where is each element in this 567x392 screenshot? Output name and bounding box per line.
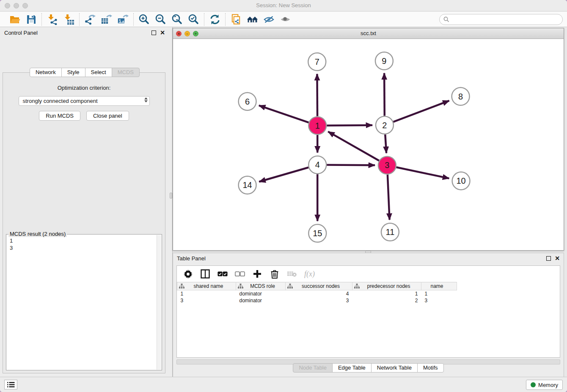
graph-edge-2-3[interactable] <box>385 135 386 153</box>
memory-button[interactable]: Memory <box>526 380 563 390</box>
status-bar: Memory <box>0 377 567 392</box>
houses-icon[interactable] <box>247 14 258 25</box>
mcds-result-list[interactable]: 1 3 <box>7 235 157 370</box>
task-list-button[interactable] <box>4 380 17 389</box>
column-header-shared-name[interactable]: shared name <box>177 282 236 290</box>
cell-successor-nodes[interactable]: 4 <box>286 290 352 297</box>
deselect-all-checkboxes-icon[interactable] <box>235 269 245 279</box>
graph-node-14[interactable]: 14 <box>239 176 256 194</box>
title-bar: Session: New Session <box>0 0 567 11</box>
svg-text:2: 2 <box>382 121 387 130</box>
zoom-in-icon[interactable] <box>138 14 150 25</box>
cell-mcds-role[interactable]: dominator <box>236 290 286 297</box>
cell-predecessor-nodes[interactable]: 2 <box>352 297 421 304</box>
table-panel: Table Panel ✕ <box>173 253 564 377</box>
close-panel-icon[interactable]: ✕ <box>160 30 165 35</box>
graph-edge-1-7[interactable] <box>317 74 317 116</box>
graph-edge-3-11[interactable] <box>388 174 390 220</box>
function-builder-icon: f(x) <box>304 270 315 279</box>
tab-network[interactable]: Network <box>30 68 62 77</box>
tab-select[interactable]: Select <box>85 68 112 77</box>
graph-node-6[interactable]: 6 <box>239 93 256 110</box>
save-icon[interactable] <box>25 14 37 25</box>
graph-edge-1-6[interactable] <box>259 105 309 122</box>
tab-network-table[interactable]: Network Table <box>371 363 418 373</box>
copy-network-icon[interactable] <box>230 14 242 25</box>
splitter-handle[interactable] <box>170 193 172 199</box>
close-panel-button[interactable]: Close panel <box>86 111 129 121</box>
cell-successor-nodes[interactable]: 3 <box>286 297 352 304</box>
search-box[interactable] <box>439 14 563 25</box>
cell-predecessor-nodes[interactable]: 1 <box>352 290 421 297</box>
graph-node-11[interactable]: 11 <box>381 223 399 241</box>
graph-node-15[interactable]: 15 <box>308 224 326 242</box>
tab-mcds[interactable]: MCDS <box>112 68 140 77</box>
settings-gear-icon[interactable] <box>183 269 193 279</box>
zoom-fit-icon[interactable] <box>171 14 183 25</box>
table-row[interactable]: 3 dominator 3 2 3 <box>177 297 457 304</box>
search-input[interactable] <box>451 16 559 22</box>
network-window-titlebar[interactable]: ✕ − + scc.txt <box>173 28 564 39</box>
zoom-out-icon[interactable] <box>155 14 166 25</box>
graph-edge-2-9[interactable] <box>384 73 385 116</box>
column-header-mcds-role[interactable]: MCDS role <box>236 282 286 290</box>
table-panel-title: Table Panel <box>177 255 206 262</box>
close-table-panel-icon[interactable]: ✕ <box>555 256 560 261</box>
graph-edge-2-8[interactable] <box>393 101 449 122</box>
result-item[interactable]: 3 <box>10 244 154 251</box>
show-eye-icon[interactable] <box>280 14 291 25</box>
cell-shared-name[interactable]: 1 <box>177 290 236 297</box>
delete-row-icon[interactable] <box>270 269 280 279</box>
export-image-icon[interactable] <box>117 14 129 25</box>
graph-node-2[interactable]: 2 <box>376 116 394 134</box>
result-item[interactable]: 1 <box>10 237 154 244</box>
import-table-icon[interactable] <box>63 14 74 25</box>
column-header-successor-nodes[interactable]: successor nodes <box>286 282 352 290</box>
open-folder-icon[interactable] <box>9 14 20 25</box>
refresh-icon[interactable] <box>209 14 220 25</box>
vertical-splitter[interactable] <box>169 27 173 377</box>
column-header-predecessor-nodes[interactable]: predecessor nodes <box>352 282 421 290</box>
search-icon <box>443 17 449 22</box>
graph-edge-3-1[interactable] <box>328 132 379 161</box>
graph-edge-4-3[interactable] <box>327 165 375 166</box>
graph-node-7[interactable]: 7 <box>308 53 326 71</box>
cell-name[interactable]: 1 <box>421 290 457 297</box>
cell-shared-name[interactable]: 3 <box>177 297 236 304</box>
select-all-checkboxes-icon[interactable] <box>217 269 228 279</box>
graph-node-10[interactable]: 10 <box>452 172 470 190</box>
float-panel-icon[interactable] <box>151 30 156 35</box>
result-scrollbar[interactable] <box>157 235 161 370</box>
zoom-selected-icon[interactable] <box>188 14 199 25</box>
column-header-name[interactable]: name <box>421 282 457 290</box>
hide-eye-icon[interactable] <box>263 14 275 25</box>
tab-node-table[interactable]: Node Table <box>293 363 333 373</box>
graph-edge-3-10[interactable] <box>396 167 449 178</box>
import-network-icon[interactable] <box>47 14 58 25</box>
cell-name[interactable]: 3 <box>421 297 457 304</box>
cell-mcds-role[interactable]: dominator <box>236 297 286 304</box>
criterion-dropdown[interactable]: strongly connected component <box>19 96 150 106</box>
tab-motifs[interactable]: Motifs <box>417 363 444 373</box>
run-mcds-button[interactable]: Run MCDS <box>39 111 80 121</box>
graph-edge-1-2[interactable] <box>327 125 372 126</box>
export-network-icon[interactable] <box>84 14 96 25</box>
graph-node-4[interactable]: 4 <box>308 156 326 174</box>
network-canvas[interactable]: 7968124314101511 <box>173 39 564 250</box>
graph-node-1[interactable]: 1 <box>308 117 326 135</box>
tab-edge-table[interactable]: Edge Table <box>332 363 372 373</box>
svg-text:6: 6 <box>245 97 250 106</box>
svg-text:3: 3 <box>385 160 389 170</box>
tab-style[interactable]: Style <box>61 68 85 77</box>
graph-node-8[interactable]: 8 <box>452 88 470 105</box>
graph-node-9[interactable]: 9 <box>375 52 393 70</box>
graph-node-3[interactable]: 3 <box>378 156 396 174</box>
table-row[interactable]: 1 dominator 4 1 1 <box>177 290 457 297</box>
add-row-icon[interactable] <box>252 269 262 279</box>
control-panel-title: Control Panel <box>4 30 38 36</box>
graph-edge-4-14[interactable] <box>259 168 308 182</box>
split-view-icon[interactable] <box>200 269 210 279</box>
export-table-icon[interactable] <box>101 14 112 25</box>
graph-svg[interactable]: 7968124314101511 <box>173 39 564 250</box>
float-table-panel-icon[interactable] <box>546 256 551 261</box>
